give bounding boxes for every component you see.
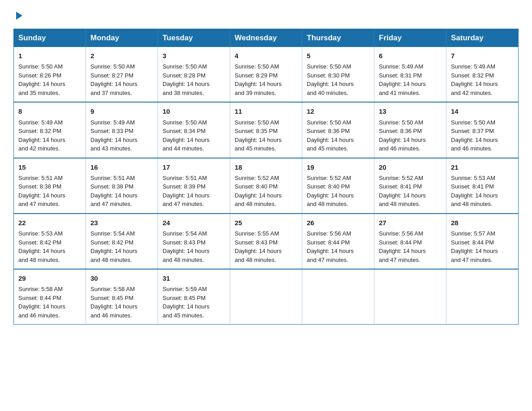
calendar-day-cell: 17Sunrise: 5:51 AMSunset: 8:39 PMDayligh… (158, 158, 230, 214)
calendar-day-cell: 16Sunrise: 5:51 AMSunset: 8:38 PMDayligh… (86, 158, 158, 214)
day-number: 16 (90, 162, 153, 172)
calendar-week-row: 15Sunrise: 5:51 AMSunset: 8:38 PMDayligh… (14, 158, 519, 214)
calendar-week-row: 8Sunrise: 5:49 AMSunset: 8:32 PMDaylight… (14, 102, 519, 158)
calendar-header-friday: Friday (374, 29, 446, 47)
calendar-day-cell: 30Sunrise: 5:58 AMSunset: 8:45 PMDayligh… (86, 269, 158, 325)
day-number: 30 (90, 273, 153, 283)
calendar-day-cell: 24Sunrise: 5:54 AMSunset: 8:43 PMDayligh… (158, 214, 230, 269)
day-info: Sunrise: 5:50 AMSunset: 8:27 PMDaylight:… (90, 62, 153, 97)
day-number: 25 (235, 218, 297, 228)
day-number: 4 (235, 51, 297, 61)
day-info: Sunrise: 5:52 AMSunset: 8:40 PMDaylight:… (235, 174, 297, 209)
svg-marker-0 (16, 12, 22, 20)
day-info: Sunrise: 5:53 AMSunset: 8:41 PMDaylight:… (451, 174, 514, 209)
calendar-day-cell: 12Sunrise: 5:50 AMSunset: 8:36 PMDayligh… (302, 102, 374, 158)
day-info: Sunrise: 5:51 AMSunset: 8:38 PMDaylight:… (90, 174, 153, 209)
day-info: Sunrise: 5:58 AMSunset: 8:44 PMDaylight:… (18, 285, 81, 320)
calendar-day-cell: 1Sunrise: 5:50 AMSunset: 8:26 PMDaylight… (14, 47, 86, 102)
day-number: 29 (18, 273, 81, 283)
calendar-day-cell: 2Sunrise: 5:50 AMSunset: 8:27 PMDaylight… (86, 47, 158, 102)
day-number: 13 (379, 106, 442, 116)
day-number: 19 (307, 162, 369, 172)
calendar-header-sunday: Sunday (14, 29, 86, 47)
calendar-day-cell (374, 269, 446, 325)
day-number: 22 (18, 218, 81, 228)
day-info: Sunrise: 5:59 AMSunset: 8:45 PMDaylight:… (163, 285, 225, 320)
day-info: Sunrise: 5:53 AMSunset: 8:42 PMDaylight:… (18, 229, 81, 264)
calendar-day-cell: 18Sunrise: 5:52 AMSunset: 8:40 PMDayligh… (230, 158, 302, 214)
calendar-header-thursday: Thursday (302, 29, 374, 47)
calendar-day-cell: 13Sunrise: 5:50 AMSunset: 8:36 PMDayligh… (374, 102, 446, 158)
calendar-week-row: 29Sunrise: 5:58 AMSunset: 8:44 PMDayligh… (14, 269, 519, 325)
day-number: 27 (379, 218, 442, 228)
calendar-day-cell: 10Sunrise: 5:50 AMSunset: 8:34 PMDayligh… (158, 102, 230, 158)
calendar-day-cell: 15Sunrise: 5:51 AMSunset: 8:38 PMDayligh… (14, 158, 86, 214)
calendar-day-cell: 25Sunrise: 5:55 AMSunset: 8:43 PMDayligh… (230, 214, 302, 269)
logo (13, 9, 24, 21)
calendar-header-wednesday: Wednesday (230, 29, 302, 47)
day-info: Sunrise: 5:51 AMSunset: 8:39 PMDaylight:… (163, 174, 225, 209)
calendar-day-cell: 9Sunrise: 5:49 AMSunset: 8:33 PMDaylight… (86, 102, 158, 158)
day-info: Sunrise: 5:56 AMSunset: 8:44 PMDaylight:… (379, 229, 442, 264)
day-number: 6 (379, 51, 442, 61)
calendar-day-cell: 23Sunrise: 5:54 AMSunset: 8:42 PMDayligh… (86, 214, 158, 269)
day-number: 26 (307, 218, 369, 228)
day-info: Sunrise: 5:50 AMSunset: 8:35 PMDaylight:… (235, 118, 297, 153)
day-number: 24 (163, 218, 225, 228)
day-info: Sunrise: 5:50 AMSunset: 8:37 PMDaylight:… (451, 118, 514, 153)
day-number: 3 (163, 51, 225, 61)
calendar-day-cell: 27Sunrise: 5:56 AMSunset: 8:44 PMDayligh… (374, 214, 446, 269)
day-info: Sunrise: 5:54 AMSunset: 8:42 PMDaylight:… (90, 229, 153, 264)
day-number: 28 (451, 218, 514, 228)
day-info: Sunrise: 5:55 AMSunset: 8:43 PMDaylight:… (235, 229, 297, 264)
calendar-day-cell (230, 269, 302, 325)
calendar-header-tuesday: Tuesday (158, 29, 230, 47)
day-info: Sunrise: 5:50 AMSunset: 8:36 PMDaylight:… (379, 118, 442, 153)
calendar-day-cell: 31Sunrise: 5:59 AMSunset: 8:45 PMDayligh… (158, 269, 230, 325)
day-info: Sunrise: 5:57 AMSunset: 8:44 PMDaylight:… (451, 229, 514, 264)
day-number: 17 (163, 162, 225, 172)
day-info: Sunrise: 5:52 AMSunset: 8:41 PMDaylight:… (379, 174, 442, 209)
day-info: Sunrise: 5:52 AMSunset: 8:40 PMDaylight:… (307, 174, 369, 209)
day-info: Sunrise: 5:50 AMSunset: 8:28 PMDaylight:… (163, 62, 225, 97)
logo-arrow-icon (14, 11, 24, 21)
day-info: Sunrise: 5:58 AMSunset: 8:45 PMDaylight:… (90, 285, 153, 320)
calendar-table: SundayMondayTuesdayWednesdayThursdayFrid… (13, 29, 519, 325)
day-info: Sunrise: 5:50 AMSunset: 8:30 PMDaylight:… (307, 62, 369, 97)
day-number: 7 (451, 51, 514, 61)
day-info: Sunrise: 5:50 AMSunset: 8:34 PMDaylight:… (163, 118, 225, 153)
day-number: 1 (18, 51, 81, 61)
calendar-day-cell: 29Sunrise: 5:58 AMSunset: 8:44 PMDayligh… (14, 269, 86, 325)
day-number: 8 (18, 106, 81, 116)
calendar-week-row: 22Sunrise: 5:53 AMSunset: 8:42 PMDayligh… (14, 214, 519, 269)
calendar-day-cell: 5Sunrise: 5:50 AMSunset: 8:30 PMDaylight… (302, 47, 374, 102)
day-number: 10 (163, 106, 225, 116)
calendar-day-cell: 11Sunrise: 5:50 AMSunset: 8:35 PMDayligh… (230, 102, 302, 158)
day-info: Sunrise: 5:54 AMSunset: 8:43 PMDaylight:… (163, 229, 225, 264)
day-number: 2 (90, 51, 153, 61)
day-info: Sunrise: 5:50 AMSunset: 8:36 PMDaylight:… (307, 118, 369, 153)
day-info: Sunrise: 5:56 AMSunset: 8:44 PMDaylight:… (307, 229, 369, 264)
day-number: 12 (307, 106, 369, 116)
calendar-day-cell: 3Sunrise: 5:50 AMSunset: 8:28 PMDaylight… (158, 47, 230, 102)
day-info: Sunrise: 5:50 AMSunset: 8:26 PMDaylight:… (18, 62, 81, 97)
day-info: Sunrise: 5:49 AMSunset: 8:33 PMDaylight:… (90, 118, 153, 153)
day-info: Sunrise: 5:49 AMSunset: 8:32 PMDaylight:… (18, 118, 81, 153)
day-number: 21 (451, 162, 514, 172)
day-number: 5 (307, 51, 369, 61)
calendar-day-cell: 21Sunrise: 5:53 AMSunset: 8:41 PMDayligh… (446, 158, 519, 214)
day-number: 23 (90, 218, 153, 228)
day-info: Sunrise: 5:49 AMSunset: 8:32 PMDaylight:… (451, 62, 514, 97)
day-info: Sunrise: 5:50 AMSunset: 8:29 PMDaylight:… (235, 62, 297, 97)
calendar-day-cell: 22Sunrise: 5:53 AMSunset: 8:42 PMDayligh… (14, 214, 86, 269)
day-number: 18 (235, 162, 297, 172)
calendar-header-monday: Monday (86, 29, 158, 47)
day-info: Sunrise: 5:49 AMSunset: 8:31 PMDaylight:… (379, 62, 442, 97)
calendar-header-row: SundayMondayTuesdayWednesdayThursdayFrid… (14, 29, 519, 47)
calendar-day-cell: 14Sunrise: 5:50 AMSunset: 8:37 PMDayligh… (446, 102, 519, 158)
calendar-week-row: 1Sunrise: 5:50 AMSunset: 8:26 PMDaylight… (14, 47, 519, 102)
calendar-day-cell (446, 269, 519, 325)
day-number: 11 (235, 106, 297, 116)
calendar-day-cell: 28Sunrise: 5:57 AMSunset: 8:44 PMDayligh… (446, 214, 519, 269)
calendar-day-cell: 7Sunrise: 5:49 AMSunset: 8:32 PMDaylight… (446, 47, 519, 102)
